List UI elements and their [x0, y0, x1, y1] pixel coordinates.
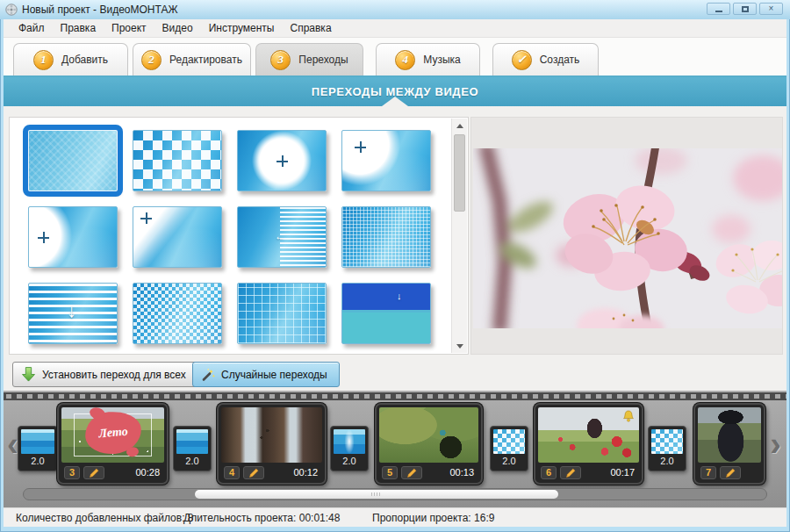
tab-transitions[interactable]: 3 Переходы — [255, 43, 363, 75]
timeline-transition[interactable]: 2.0 — [490, 426, 528, 471]
menu-help[interactable]: Справка — [282, 20, 339, 36]
transition-thumb-circle-center[interactable] — [237, 130, 327, 191]
clip-6-duration: 00:17 — [610, 467, 636, 478]
clip-7-edit-button[interactable] — [720, 466, 741, 479]
transition-duration: 2.0 — [493, 454, 525, 468]
status-duration: Длительность проекта: 00:01:48 — [183, 512, 340, 524]
transition-thumb-circle-top-left[interactable] — [341, 130, 431, 191]
clip-3-thumbnail: Лето — [61, 407, 164, 463]
scroll-down-icon — [456, 344, 463, 349]
menu-tools[interactable]: Инструменты — [201, 20, 283, 36]
clip-4-edit-button[interactable] — [243, 466, 264, 479]
tab-edit-label: Редактировать — [169, 54, 242, 66]
minimize-button[interactable] — [707, 3, 730, 15]
transition-thumb-checkerboard-small[interactable] — [133, 283, 222, 344]
apply-all-button[interactable]: Установить переход для всех — [12, 362, 198, 387]
status-duration-label: Длительность проекта: — [183, 512, 296, 524]
tab-create-label: Создать — [540, 54, 580, 66]
tab-add[interactable]: 1 Добавить — [13, 43, 128, 75]
timeline-clip-5[interactable]: 5 00:13 — [375, 403, 483, 485]
transition-thumb-stripes-down[interactable]: ↓ — [28, 283, 118, 344]
tab-music[interactable]: 4 Музыка — [376, 43, 480, 75]
window-title: Новый проект - ВидеоМОНТАЖ — [22, 4, 178, 16]
transition-thumb-fade[interactable] — [28, 130, 118, 191]
lines-pattern — [280, 207, 326, 267]
transition-preview — [493, 429, 525, 454]
expand-arrows-icon — [140, 212, 152, 224]
app-icon — [5, 4, 18, 16]
timeline-clip-7[interactable]: 7 — [693, 403, 765, 485]
transition-thumb-checkerboard-large[interactable] — [133, 130, 222, 191]
timeline-clip-4[interactable]: 4 00:12 — [217, 403, 327, 485]
timeline-transition[interactable]: 2.0 — [18, 426, 58, 471]
scroll-up-icon — [456, 124, 463, 128]
menu-edit[interactable]: Правка — [53, 20, 104, 36]
pencil-icon — [89, 467, 100, 478]
random-transitions-label: Случайные переходы — [221, 369, 327, 381]
transition-thumb-grid-large[interactable] — [237, 283, 327, 344]
transition-thumb-diagonal-wipe[interactable] — [133, 206, 222, 268]
timeline-transition[interactable]: 2.0 — [648, 426, 686, 471]
clip-3-duration: 00:28 — [135, 467, 162, 478]
scrollbar-thumb[interactable] — [454, 134, 465, 212]
timeline-clip-6[interactable]: 6 00:17 — [534, 403, 643, 485]
timeline-scrollbar[interactable] — [23, 488, 767, 500]
close-icon: × — [769, 4, 774, 13]
status-aspect: Пропорции проекта: 16:9 — [372, 512, 494, 524]
header-notch — [382, 97, 408, 106]
pencil-icon — [248, 467, 260, 478]
status-files-label: Количество добавленных файлов: — [16, 512, 184, 524]
random-transitions-button[interactable]: Случайные переходы — [192, 362, 340, 387]
timeline-scroll-left-icon[interactable]: ‹ — [7, 428, 18, 461]
timeline-transition[interactable]: 2.0 — [173, 426, 212, 471]
menu-video[interactable]: Видео — [154, 20, 201, 36]
clip-6-edit-button[interactable] — [560, 466, 581, 479]
pencil-icon — [565, 467, 577, 478]
transitions-grid: ← ↓ ↓ — [10, 118, 451, 354]
maximize-button[interactable] — [733, 3, 757, 15]
expand-arrows-icon — [276, 155, 288, 167]
tab-create[interactable]: ✓ Создать — [492, 43, 599, 75]
transition-thumb-lines-from-right[interactable]: ← — [237, 206, 327, 268]
tab-edit[interactable]: 2 Редактировать — [133, 43, 251, 75]
bell-icon — [622, 410, 635, 422]
pencil-icon — [725, 467, 736, 478]
scroll-down-button[interactable] — [453, 339, 466, 353]
clip-5-duration: 00:13 — [449, 467, 476, 478]
magic-wand-icon — [200, 367, 216, 383]
transition-thumb-circle-left[interactable] — [28, 206, 118, 268]
app-window: Новый проект - ВидеоМОНТАЖ × Файл Правка… — [0, 0, 790, 532]
film-strip-decoration — [4, 392, 786, 400]
clip-4-number: 4 — [224, 466, 240, 479]
tab-transitions-badge-icon: 3 — [270, 50, 291, 70]
timeline-scroll-right-icon[interactable]: › — [770, 428, 781, 461]
timeline-clip-3[interactable]: Лето 3 00:28 — [57, 403, 169, 485]
transition-thumb-split-down[interactable]: ↓ — [341, 283, 431, 344]
title-bar[interactable]: Новый проект - ВидеоМОНТАЖ × — [0, 0, 790, 19]
tab-add-badge-icon: 1 — [33, 50, 54, 70]
preview-panel — [470, 117, 783, 355]
arrow-down-icon: ↓ — [67, 299, 76, 322]
menu-project[interactable]: Проект — [104, 20, 154, 36]
clip-5-edit-button[interactable] — [401, 466, 422, 479]
tab-create-check-icon: ✓ — [512, 50, 532, 70]
transition-duration: 2.0 — [651, 454, 683, 468]
transitions-scrollbar[interactable] — [451, 119, 467, 353]
clip-5-thumbnail — [379, 407, 478, 463]
menu-file[interactable]: Файл — [11, 20, 53, 36]
clip-3-edit-button[interactable] — [83, 466, 104, 479]
pencil-icon — [406, 467, 418, 478]
menu-bar: Файл Правка Проект Видео Инструменты Спр… — [4, 19, 786, 38]
status-aspect-label: Пропорции проекта: — [372, 512, 471, 524]
transition-thumb-mesh-fine[interactable] — [341, 206, 431, 268]
clip-4-duration: 00:12 — [293, 467, 320, 478]
scroll-up-button[interactable] — [453, 119, 466, 133]
section-header: ПЕРЕХОДЫ МЕЖДУ ВИДЕО — [4, 75, 786, 106]
transition-duration: 2.0 — [334, 454, 365, 468]
timeline-transition[interactable]: 2.0 — [330, 426, 369, 471]
content-area: ← ↓ ↓ — [4, 106, 786, 391]
maximize-icon — [742, 6, 749, 12]
close-button[interactable]: × — [759, 3, 783, 15]
arrow-left-icon: ← — [275, 230, 285, 242]
timeline-scrollbar-thumb[interactable] — [195, 490, 559, 499]
